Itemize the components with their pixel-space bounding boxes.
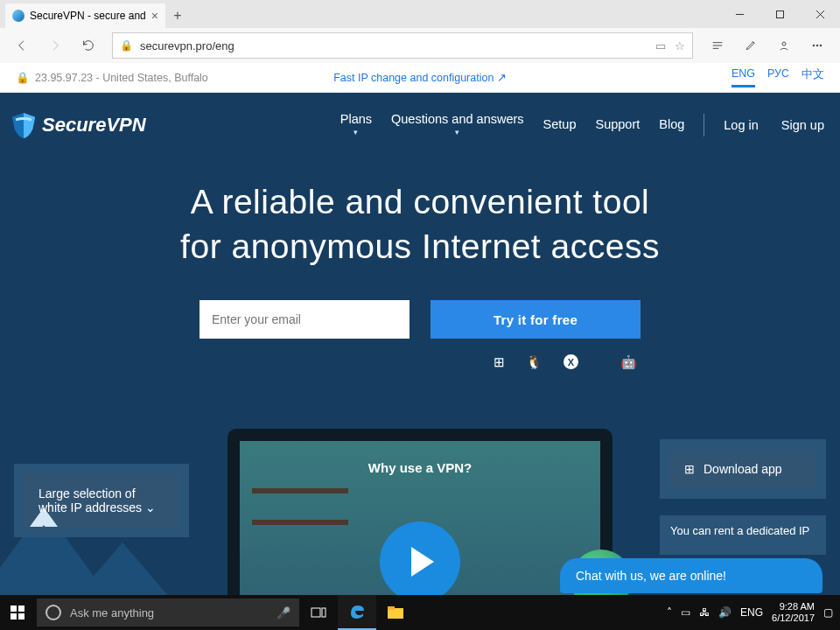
svg-rect-16 xyxy=(10,613,17,620)
nav-setup[interactable]: Setup xyxy=(543,118,577,132)
download-app-card[interactable]: ⊞ Download app xyxy=(660,439,826,499)
headline-line1: A reliable and convenient tool xyxy=(0,180,840,225)
svg-rect-1 xyxy=(776,10,783,18)
url-text: securevpn.pro/eng xyxy=(140,39,234,52)
dedicated-ip-card[interactable]: You can rent a dedicated IP xyxy=(660,515,826,555)
clock[interactable]: 9:28 AM 6/12/2017 xyxy=(772,601,815,623)
address-bar[interactable]: 🔒 securevpn.pro/eng ▭ ☆ xyxy=(112,32,693,59)
hero-section: SecureVPN Plans▾ Questions and answers▾ … xyxy=(0,93,840,595)
nav-qa[interactable]: Questions and answers▾ xyxy=(391,113,524,137)
page-content: 🔒 23.95.97.23 - United States, Buffalo F… xyxy=(0,63,840,595)
browser-tab[interactable]: SecureVPN - secure and × xyxy=(5,4,165,28)
notes-button[interactable] xyxy=(735,31,766,60)
tab-favicon xyxy=(12,10,24,22)
action-center-icon[interactable]: ▢ xyxy=(823,606,833,619)
svg-rect-14 xyxy=(10,606,17,612)
lang-cn[interactable]: 中文 xyxy=(802,67,824,88)
nav-support[interactable]: Support xyxy=(595,118,640,132)
download-label: Download app xyxy=(704,462,782,476)
chevron-down-icon: ▾ xyxy=(354,129,358,137)
lock-icon: 🔒 xyxy=(16,71,30,84)
share-button[interactable] xyxy=(768,31,800,60)
clock-time: 9:28 AM xyxy=(772,601,815,612)
svg-rect-21 xyxy=(388,606,395,610)
svg-rect-19 xyxy=(322,608,326,617)
battery-icon[interactable]: ▭ xyxy=(681,606,690,619)
main-menu: Plans▾ Questions and answers▾ Setup Supp… xyxy=(340,113,824,137)
svg-point-10 xyxy=(820,45,822,46)
close-window-button[interactable] xyxy=(800,0,840,28)
logo-text-2: VPN xyxy=(106,114,145,136)
cortana-icon xyxy=(46,605,61,620)
linux-icon[interactable]: 🐧 xyxy=(526,354,542,370)
hub-button[interactable] xyxy=(702,31,733,60)
new-tab-button[interactable]: + xyxy=(165,4,190,28)
svg-rect-18 xyxy=(312,608,320,617)
lang-eng[interactable]: ENG xyxy=(732,67,755,88)
task-view-button[interactable] xyxy=(299,595,338,630)
tab-title: SecureVPN - secure and xyxy=(30,10,146,22)
tray-lang[interactable]: ENG xyxy=(740,606,763,619)
site-logo[interactable]: SecureVPN xyxy=(10,111,146,139)
explorer-taskbar-icon[interactable] xyxy=(376,595,415,630)
forward-button[interactable] xyxy=(40,31,70,60)
video-monitor: Why use a VPN? xyxy=(228,429,612,595)
svg-rect-17 xyxy=(18,613,24,620)
system-tray: ˄ ▭ 🖧 🔊 ENG 9:28 AM 6/12/2017 ▢ xyxy=(660,601,840,623)
chat-widget[interactable]: Chat with us, we are online! xyxy=(560,558,822,593)
shield-icon xyxy=(10,111,37,139)
svg-point-7 xyxy=(782,42,786,46)
favorite-icon[interactable]: ☆ xyxy=(675,39,685,52)
android-icon[interactable]: 🤖 xyxy=(620,354,637,370)
minimize-button[interactable] xyxy=(719,0,760,28)
top-info-band: 🔒 23.95.97.23 - United States, Buffalo F… xyxy=(0,63,840,93)
site-nav: SecureVPN Plans▾ Questions and answers▾ … xyxy=(0,93,840,158)
lock-icon: 🔒 xyxy=(120,39,133,52)
signup-link[interactable]: Sign up xyxy=(781,118,824,132)
nav-plans[interactable]: Plans▾ xyxy=(340,113,372,137)
email-input[interactable] xyxy=(200,300,410,339)
browser-navbar: 🔒 securevpn.pro/eng ▭ ☆ xyxy=(0,28,840,63)
play-button[interactable] xyxy=(380,522,460,595)
search-placeholder: Ask me anything xyxy=(70,606,154,620)
play-icon xyxy=(411,547,434,577)
svg-point-9 xyxy=(816,45,818,46)
more-button[interactable] xyxy=(802,31,833,60)
nav-divider xyxy=(704,114,704,136)
nav-blog[interactable]: Blog xyxy=(659,118,684,132)
headline-line2: for anonymous Internet access xyxy=(0,225,840,270)
svg-point-8 xyxy=(813,45,815,46)
white-ip-card[interactable]: Large selection of white IP addresses ⌄ xyxy=(14,464,189,537)
network-icon[interactable]: 🖧 xyxy=(699,606,710,619)
reading-view-icon[interactable]: ▭ xyxy=(655,39,666,52)
login-link[interactable]: Log in xyxy=(724,118,759,132)
platform-icons: ⊞ 🐧 X 🤖 xyxy=(200,354,640,370)
logo-text-1: Secure xyxy=(42,114,106,136)
windows-icon[interactable]: ⊞ xyxy=(494,354,505,370)
cta-row: Try it for free xyxy=(0,300,840,339)
macos-icon[interactable]: X xyxy=(564,354,578,369)
window-controls xyxy=(719,0,840,28)
try-free-button[interactable]: Try it for free xyxy=(430,300,640,339)
url-actions: ▭ ☆ xyxy=(655,39,685,52)
browser-titlebar: SecureVPN - secure and × + xyxy=(0,0,840,28)
tray-chevron-icon[interactable]: ˄ xyxy=(667,606,672,619)
lang-rus[interactable]: РУС xyxy=(767,67,789,88)
clock-date: 6/12/2017 xyxy=(772,612,815,624)
edge-taskbar-icon[interactable] xyxy=(338,595,376,630)
language-switch: ENG РУС 中文 xyxy=(732,67,824,88)
ip-text: 23.95.97.23 - United States, Buffalo xyxy=(35,72,208,84)
maximize-button[interactable] xyxy=(760,0,800,28)
back-button[interactable] xyxy=(7,31,37,60)
hero-headline: A reliable and convenient tool for anony… xyxy=(0,180,840,269)
windows-taskbar: Ask me anything 🎤 ˄ ▭ 🖧 🔊 ENG 9:28 AM 6/… xyxy=(0,595,840,630)
mic-icon[interactable]: 🎤 xyxy=(276,606,290,620)
svg-rect-15 xyxy=(18,606,24,612)
volume-icon[interactable]: 🔊 xyxy=(718,606,732,619)
fast-ip-link[interactable]: Fast IP change and configuration ↗ xyxy=(333,71,507,84)
tab-close-icon[interactable]: × xyxy=(151,9,158,23)
cortana-search[interactable]: Ask me anything 🎤 xyxy=(37,598,299,626)
refresh-button[interactable] xyxy=(74,31,103,60)
start-button[interactable] xyxy=(0,606,35,620)
ip-location: 🔒 23.95.97.23 - United States, Buffalo xyxy=(16,71,208,84)
